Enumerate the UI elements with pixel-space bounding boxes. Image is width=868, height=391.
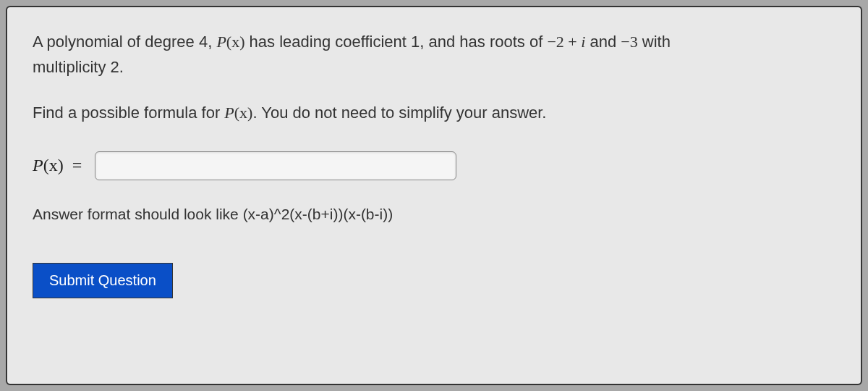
- math-root2: −3: [621, 33, 637, 51]
- format-hint: Answer format should look like (x-a)^2(x…: [33, 206, 835, 223]
- instruction-text: Find a possible formula for P(x). You do…: [33, 100, 835, 125]
- problem-text-3: and: [585, 33, 621, 51]
- problem-line2: multiplicity 2.: [33, 58, 124, 76]
- answer-label: P(x): [33, 156, 64, 175]
- equals-sign: =: [72, 156, 82, 175]
- instruction-parenx: (x): [234, 104, 253, 122]
- problem-statement: A polynomial of degree 4, P(x) has leadi…: [33, 29, 835, 80]
- answer-label-p: P: [33, 156, 43, 175]
- submit-button[interactable]: Submit Question: [33, 263, 173, 298]
- question-container: A polynomial of degree 4, P(x) has leadi…: [6, 6, 862, 385]
- problem-text-1: A polynomial of degree 4,: [33, 33, 216, 51]
- instruction-part1: Find a possible formula for: [33, 104, 224, 122]
- problem-text-2: has leading coefficient 1, and has roots…: [245, 33, 548, 51]
- answer-label-x: (x): [43, 156, 64, 175]
- instruction-px: P: [224, 104, 234, 122]
- instruction-part2: . You do not need to simplify your answe…: [252, 104, 546, 122]
- math-parenx: (x): [226, 33, 245, 51]
- answer-row: P(x) =: [33, 151, 835, 180]
- math-root1: −2 + i: [547, 33, 585, 51]
- answer-input[interactable]: [95, 151, 456, 180]
- math-px: P: [216, 33, 226, 51]
- problem-text-4: with: [638, 33, 671, 51]
